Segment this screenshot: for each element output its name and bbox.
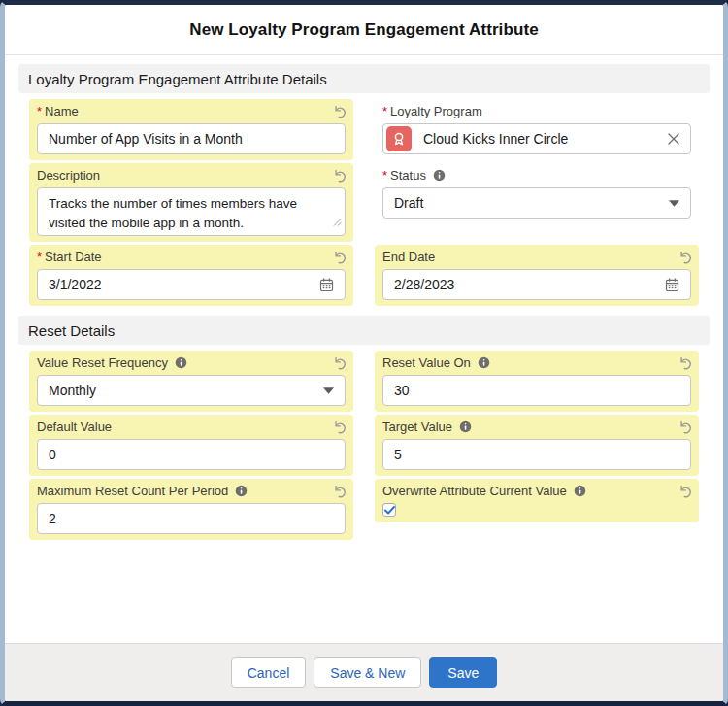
field-label: Default Value [37,420,112,434]
undo-icon [678,356,691,370]
undo-button[interactable] [678,251,691,264]
remove-selection-button[interactable] [668,133,679,145]
chevron-down-icon [669,200,679,207]
name-input[interactable]: Number of App Visits in a Month [37,123,346,154]
undo-icon [678,251,691,264]
undo-button[interactable] [678,485,691,498]
field-name: * Name Number of App Visits in a Month [29,99,353,160]
required-asterisk: * [37,250,42,264]
modal-body: Loyalty Program Engagement Attribute Det… [5,55,723,643]
required-asterisk: * [37,104,42,118]
status-select[interactable]: Draft [382,187,691,219]
undo-icon [332,485,346,498]
value-reset-frequency-select[interactable]: Monthly [37,375,346,406]
section-title: Reset Details [28,322,115,339]
reset-value-on-value: 30 [394,383,679,398]
field-max-reset-count: Maximum Reset Count Per Period 2 [29,479,353,540]
max-reset-count-input[interactable]: 2 [37,503,346,534]
datepicker-button[interactable] [319,278,334,292]
undo-button[interactable] [332,356,346,370]
field-label: Overwrite Attribute Current Value [382,484,567,498]
undo-icon [332,169,346,183]
field-description: Description Tracks the number of times m… [29,163,353,242]
field-loyalty-program: * Loyalty Program Cloud Kicks Inner Circ… [375,99,699,160]
loyalty-program-value: Cloud Kicks Inner Circle [423,131,668,147]
field-label: Value Reset Frequency [37,355,168,370]
chevron-down-icon [323,387,334,394]
field-status: * Status Draft [375,163,699,224]
field-value-reset-frequency: Value Reset Frequency Monthly [29,351,353,412]
save-button[interactable]: Save [429,657,497,688]
info-icon [459,420,472,433]
start-date-value: 3/1/2022 [49,277,319,292]
field-target-value: Target Value 5 [375,415,699,476]
modal-window: New Loyalty Program Engagement Attribute… [0,0,728,706]
name-input-value: Number of App Visits in a Month [49,131,334,147]
field-reset-value-on: Reset Value On 30 [375,351,699,412]
field-label: Description [37,168,100,183]
reset-value-on-input[interactable]: 30 [382,375,691,406]
save-and-new-button[interactable]: Save & New [314,657,421,688]
field-label: Status [390,168,426,183]
target-value-input[interactable]: 5 [382,439,691,470]
checkmark-icon [384,506,395,515]
field-label: Name [45,104,79,118]
info-icon [175,356,187,369]
calendar-icon [319,278,334,292]
info-icon [574,485,586,497]
undo-icon [332,105,346,118]
end-date-input[interactable]: 2/28/2023 [382,269,691,300]
calendar-icon [665,278,679,292]
close-icon [668,133,679,145]
modal-footer: Cancel Save & New Save [5,643,723,701]
empty-space [18,540,710,643]
field-overwrite-current-value: Overwrite Attribute Current Value [375,479,699,522]
start-date-input[interactable]: 3/1/2022 [37,269,346,300]
undo-button[interactable] [332,169,346,183]
modal-header: New Loyalty Program Engagement Attribute [5,5,723,55]
field-start-date: * Start Date 3/1/2022 [29,245,353,306]
max-reset-count-value: 2 [49,511,334,526]
cancel-button[interactable]: Cancel [231,657,307,688]
undo-button[interactable] [332,485,346,498]
undo-icon [678,485,691,498]
field-label: Start Date [45,250,102,264]
reset-field-grid: Value Reset Frequency Monthly Reset Va [18,351,710,540]
datepicker-button[interactable] [665,278,679,292]
field-label: Maximum Reset Count Per Period [37,484,228,498]
section-header-reset: Reset Details [18,316,710,345]
field-end-date: End Date 2/28/2023 [375,245,699,306]
undo-button[interactable] [332,251,346,264]
undo-icon [332,420,346,434]
info-icon [235,485,248,497]
status-value: Draft [394,195,669,211]
required-asterisk: * [382,168,387,183]
undo-button[interactable] [332,105,346,118]
undo-icon [332,251,346,264]
undo-button[interactable] [678,420,691,434]
info-icon [433,169,446,182]
undo-button[interactable] [678,356,691,370]
loyalty-program-icon [386,126,412,151]
undo-button[interactable] [332,420,346,434]
modal-title: New Loyalty Program Engagement Attribute [189,20,538,40]
field-label: Reset Value On [382,355,471,370]
required-asterisk: * [382,104,387,118]
undo-icon [678,420,691,434]
section-header-details: Loyalty Program Engagement Attribute Det… [18,64,710,93]
description-textarea[interactable]: Tracks the number of times members have … [37,187,346,236]
default-value-value: 0 [49,447,334,462]
details-field-grid: * Name Number of App Visits in a Month *… [18,99,710,306]
value-reset-frequency-value: Monthly [49,383,323,398]
field-label: End Date [382,250,435,264]
default-value-input[interactable]: 0 [37,439,346,470]
description-value: Tracks the number of times members have … [49,194,334,232]
field-label: Target Value [382,420,452,434]
end-date-value: 2/28/2023 [394,277,665,292]
field-default-value: Default Value 0 [29,415,353,476]
overwrite-current-value-checkbox[interactable] [382,503,396,517]
section-title: Loyalty Program Engagement Attribute Det… [28,71,327,87]
resize-grip[interactable] [332,214,343,233]
target-value-value: 5 [394,447,679,462]
loyalty-program-lookup[interactable]: Cloud Kicks Inner Circle [382,123,691,154]
